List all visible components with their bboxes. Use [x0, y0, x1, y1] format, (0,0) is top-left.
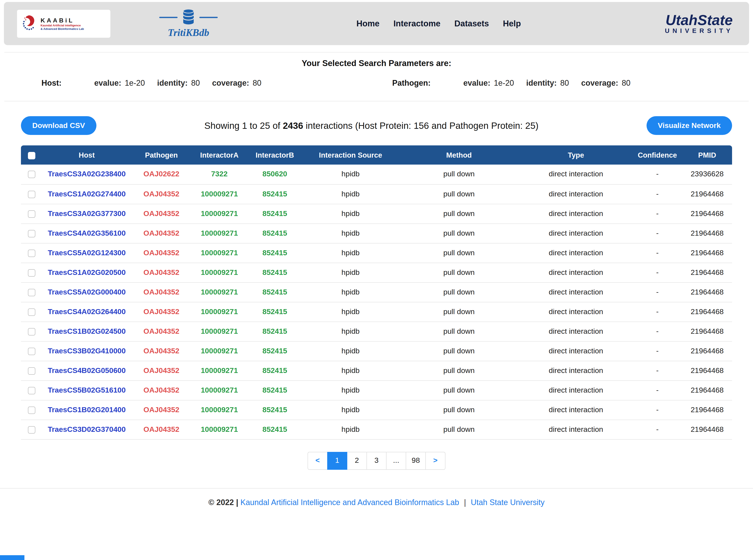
interactor-a-value: 100009271	[192, 341, 247, 361]
host-evalue-value: 1e-20	[125, 79, 145, 87]
method-value: pull down	[399, 184, 519, 204]
table-row: TraesCS1A02G274400 OAJ04352 100009271 85…	[21, 184, 732, 204]
confidence-value: -	[632, 282, 682, 302]
pathogen-value: OAJ04352	[131, 243, 192, 263]
interactor-a-value: 100009271	[192, 322, 247, 341]
kaabil-subtitle-2: & Advanced Bioinformatics Lab	[41, 27, 84, 30]
row-checkbox[interactable]	[28, 210, 35, 218]
type-value: direct interaction	[519, 341, 632, 361]
interaction-source-value: hpidb	[303, 243, 399, 263]
pmid-value: 21964468	[682, 263, 732, 282]
row-checkbox[interactable]	[28, 288, 35, 296]
method-value: pull down	[399, 400, 519, 420]
host-link[interactable]: TraesCS3D02G370400	[48, 425, 125, 433]
column-header-host: Host	[42, 145, 131, 165]
interaction-source-value: hpidb	[303, 204, 399, 223]
confidence-value: -	[632, 223, 682, 243]
host-link[interactable]: TraesCS3A02G238400	[48, 170, 125, 178]
top-header-bar: KAABiL Kaundal Artificial intelligence &…	[4, 2, 749, 45]
bottom-blue-bar	[0, 555, 24, 560]
utah-state-university-text: UNIVERSITY	[665, 28, 733, 34]
page-button-98[interactable]: 98	[406, 452, 426, 469]
pathogen-identity: identity:80	[526, 79, 569, 88]
row-checkbox[interactable]	[28, 426, 35, 433]
download-csv-button[interactable]: Download CSV	[21, 116, 96, 135]
pmid-value: 21964468	[682, 341, 732, 361]
host-identity-label: identity:	[157, 79, 188, 87]
type-value: direct interaction	[519, 322, 632, 341]
interaction-source-value: hpidb	[303, 361, 399, 380]
host-link[interactable]: TraesCS4A02G356100	[48, 229, 125, 237]
search-parameters-row: Host: evalue:1e-20 identity:80 coverage:…	[4, 79, 749, 88]
lab-link[interactable]: Kaundal Artificial Intelligence and Adva…	[240, 498, 459, 506]
column-header-interactor-a: InteractorA	[192, 145, 247, 165]
host-link[interactable]: TraesCS1B02G201400	[48, 405, 125, 414]
university-link[interactable]: Utah State University	[471, 498, 544, 506]
host-identity: identity:80	[157, 79, 200, 88]
nav-item-home[interactable]: Home	[356, 19, 380, 28]
row-checkbox[interactable]	[28, 308, 35, 316]
pmid-value: 21964468	[682, 184, 732, 204]
page-ellipsis[interactable]: ...	[386, 452, 406, 469]
page-button-2[interactable]: 2	[347, 452, 367, 469]
type-value: direct interaction	[519, 263, 632, 282]
interactor-b-value: 852415	[247, 341, 303, 361]
search-parameters-title: Your Selected Search Parameters are:	[4, 59, 749, 68]
row-checkbox[interactable]	[28, 249, 35, 257]
host-link[interactable]: TraesCS3B02G410000	[48, 346, 125, 355]
page-button-1[interactable]: 1	[327, 452, 347, 469]
method-value: pull down	[399, 302, 519, 322]
table-row: TraesCS5A02G124300 OAJ04352 100009271 85…	[21, 243, 732, 263]
select-all-checkbox[interactable]	[28, 152, 35, 159]
table-row: TraesCS5B02G516100 OAJ04352 100009271 85…	[21, 380, 732, 400]
row-checkbox[interactable]	[28, 328, 35, 335]
pmid-value: 21964468	[682, 420, 732, 439]
pathogen-value: OAJ04352	[131, 282, 192, 302]
row-checkbox[interactable]	[28, 406, 35, 414]
visualize-network-button[interactable]: Visualize Network	[646, 116, 732, 135]
column-header-confidence: Confidence	[632, 145, 682, 165]
tritikbdb-logo: TritiKBdb	[159, 9, 218, 38]
interactor-b-value: 852415	[247, 322, 303, 341]
host-link[interactable]: TraesCS1A02G274400	[48, 189, 125, 198]
results-toolbar: Download CSV Showing 1 to 25 of 2436 int…	[21, 116, 732, 135]
pagination: < 1 2 3 ... 98 >	[0, 452, 753, 469]
confidence-value: -	[632, 263, 682, 282]
next-page-button[interactable]: >	[425, 452, 445, 469]
table-row: TraesCS4A02G264400 OAJ04352 100009271 85…	[21, 302, 732, 322]
row-checkbox[interactable]	[28, 230, 35, 237]
row-checkbox[interactable]	[28, 269, 35, 276]
nav-item-datasets[interactable]: Datasets	[455, 19, 489, 28]
host-link[interactable]: TraesCS4A02G264400	[48, 307, 125, 316]
host-link[interactable]: TraesCS1A02G020500	[48, 268, 125, 276]
row-checkbox[interactable]	[28, 171, 35, 178]
pathogen-value: OAJ04352	[131, 263, 192, 282]
prev-page-button[interactable]: <	[308, 452, 328, 469]
row-checkbox[interactable]	[28, 387, 35, 394]
table-row: TraesCS3D02G370400 OAJ04352 100009271 85…	[21, 420, 732, 439]
type-value: direct interaction	[519, 282, 632, 302]
confidence-value: -	[632, 420, 682, 439]
interactor-b-value: 852415	[247, 223, 303, 243]
host-link[interactable]: TraesCS3A02G377300	[48, 209, 125, 218]
utah-state-wordmark: UtahState	[665, 13, 733, 28]
interactor-b-value: 852415	[247, 302, 303, 322]
host-link[interactable]: TraesCS4B02G050600	[48, 366, 125, 375]
interaction-source-value: hpidb	[303, 302, 399, 322]
interaction-source-value: hpidb	[303, 400, 399, 420]
row-checkbox[interactable]	[28, 367, 35, 375]
interaction-source-value: hpidb	[303, 282, 399, 302]
host-link[interactable]: TraesCS5A02G124300	[48, 248, 125, 257]
interaction-source-value: hpidb	[303, 184, 399, 204]
host-link[interactable]: TraesCS5A02G000400	[48, 288, 125, 296]
nav-item-help[interactable]: Help	[503, 19, 521, 28]
interactor-a-value: 100009271	[192, 302, 247, 322]
page-button-3[interactable]: 3	[366, 452, 387, 469]
row-checkbox[interactable]	[28, 347, 35, 355]
host-link[interactable]: TraesCS1B02G024500	[48, 327, 125, 335]
interactor-a-value: 100009271	[192, 420, 247, 439]
host-link[interactable]: TraesCS5B02G516100	[48, 386, 125, 394]
row-checkbox[interactable]	[28, 191, 35, 198]
table-row: TraesCS5A02G000400 OAJ04352 100009271 85…	[21, 282, 732, 302]
nav-item-interactome[interactable]: Interactome	[393, 19, 440, 28]
